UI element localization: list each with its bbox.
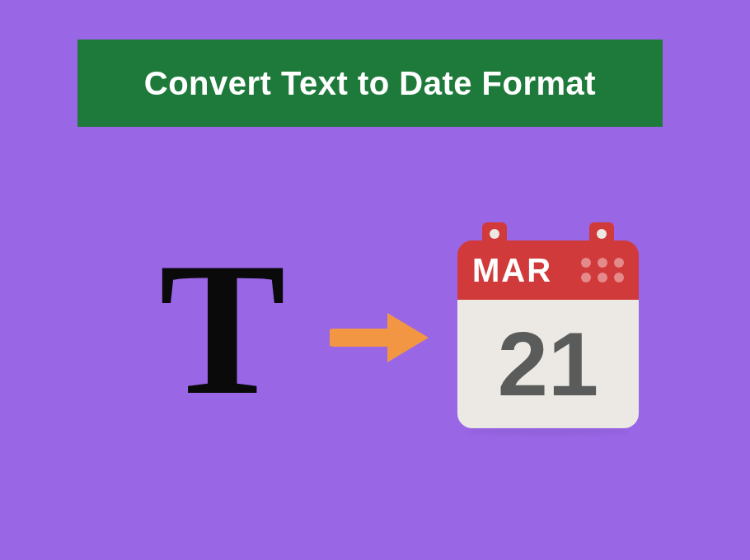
calendar-dots bbox=[581, 258, 624, 282]
title-banner: Convert Text to Date Format bbox=[77, 40, 663, 127]
calendar-header: MAR bbox=[457, 240, 639, 300]
calendar-icon: MAR 21 bbox=[457, 222, 639, 436]
calendar-day: 21 bbox=[498, 319, 598, 409]
calendar-body: 21 bbox=[457, 300, 639, 428]
text-glyph: T bbox=[159, 235, 285, 424]
calendar-shadow bbox=[466, 428, 630, 435]
calendar-month: MAR bbox=[472, 252, 581, 289]
arrow-right-icon bbox=[330, 305, 437, 371]
text-letter-icon: T bbox=[140, 239, 305, 420]
page-title: Convert Text to Date Format bbox=[144, 65, 596, 102]
